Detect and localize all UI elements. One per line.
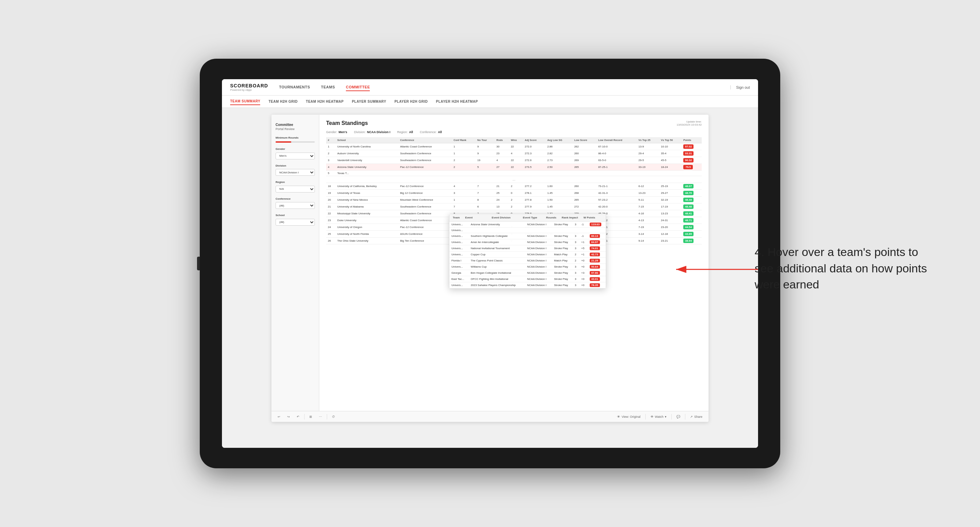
filter-conference-select[interactable]: (All)	[275, 202, 315, 209]
points-badge[interactable]: 48.71	[683, 218, 694, 222]
table-cell: 57-23-2	[597, 197, 637, 203]
tooltip-cell: NCAA Division I	[525, 264, 552, 270]
table-cell: 277.8	[523, 197, 546, 203]
points-cell-container[interactable]: 90.32	[682, 157, 702, 164]
tab-team-h2h-heatmap[interactable]: TEAM H2H HEATMAP	[306, 98, 344, 105]
points-badge[interactable]: 44.54	[683, 225, 694, 229]
toolbar-share[interactable]: ↗ Share	[688, 414, 705, 419]
points-badge[interactable]: 43.89	[683, 232, 694, 236]
table-row[interactable]: 4Arizona State UniversityPac-12 Conferen…	[326, 164, 702, 171]
table-cell: 4	[326, 164, 336, 171]
tooltip-cell: Univers...	[449, 233, 469, 239]
tooltip-points-cell: 84.97	[588, 239, 606, 245]
tooltip-points-badge: 43.01	[590, 277, 600, 281]
toolbar-back[interactable]: ↶	[295, 414, 302, 419]
tooltip-row: GeorgiaBen Hogan Collegiate Invitational…	[449, 270, 606, 276]
tooltip-cell: NCAA Division I	[525, 245, 552, 252]
min-rounds-slider[interactable]	[275, 141, 315, 143]
table-row[interactable]: 19University of TexasBig 12 Conference37…	[326, 190, 702, 197]
table-cell: 7	[476, 190, 495, 197]
points-cell-container[interactable]: 48.41	[682, 210, 702, 217]
points-cell-container[interactable]: 44.54	[682, 224, 702, 231]
toolbar-redo[interactable]: ↪	[285, 414, 292, 419]
table-row[interactable]: 1University of North CarolinaAtlantic Co…	[326, 143, 702, 150]
points-cell-container[interactable]: 48.48	[682, 203, 702, 210]
table-cell: 262	[573, 143, 597, 150]
tooltip-cell: 3	[573, 239, 579, 245]
table-row[interactable]: 20University of New MexicoMountain West …	[326, 197, 702, 203]
tooltip-cell: Copper Cup	[469, 252, 525, 258]
table-cell: Pac-12 Conference	[398, 164, 452, 171]
table-row[interactable]: 21University of AlabamaSoutheastern Conf…	[326, 203, 702, 210]
col-adj-score: Adj Score	[523, 137, 546, 143]
table-cell: 25-19	[659, 183, 682, 190]
toolbar-timer[interactable]: ⏱	[330, 414, 337, 419]
toolbar-watch[interactable]: 👁 Watch ▾	[648, 414, 668, 419]
filter-school-select[interactable]: (All)	[275, 219, 315, 225]
table-cell: 35-4	[659, 150, 682, 157]
col-vs25: Vs Top 25	[637, 137, 659, 143]
points-badge[interactable]: 97.02	[683, 144, 694, 149]
tooltip-points-badge: 97.86	[590, 271, 600, 275]
tab-team-summary[interactable]: TEAM SUMMARY	[230, 98, 260, 105]
points-badge[interactable]: 48.48	[683, 205, 694, 209]
tooltip-cell: Stroke Play	[552, 245, 573, 252]
tab-player-h2h-grid[interactable]: PLAYER H2H GRID	[395, 98, 428, 105]
toolbar-more[interactable]: ⋯	[317, 414, 324, 419]
points-badge[interactable]: 93.31	[683, 151, 694, 156]
points-badge[interactable]: 48.41	[683, 211, 694, 216]
tooltip-cell: Stroke Play	[552, 233, 573, 239]
points-badge[interactable]: 48.70	[683, 191, 694, 195]
tab-player-h2h-heatmap[interactable]: PLAYER H2H HEATMAP	[436, 98, 478, 105]
filter-region-select[interactable]: N/A	[275, 186, 315, 192]
tooltip-cell: Ben Hogan Collegiate Invitational	[469, 270, 525, 276]
nav-tournaments[interactable]: TOURNAMENTS	[279, 84, 310, 91]
filter-gender-select[interactable]: Men's	[275, 152, 315, 159]
points-cell-container[interactable]: 48.70	[682, 190, 702, 197]
points-cell-container[interactable]: 79.5	[682, 164, 702, 171]
points-badge[interactable]: 48.07	[683, 184, 694, 189]
tablet-side-button[interactable]	[197, 257, 200, 270]
tooltip-cell: 3	[573, 233, 579, 239]
tooltip-cell: NCAA Division I	[525, 222, 552, 228]
table-row[interactable]: 2Auburn UniversitySoutheastern Conferenc…	[326, 150, 702, 157]
nav-committee[interactable]: COMMITTEE	[346, 84, 370, 91]
points-cell-container[interactable]	[682, 171, 702, 176]
table-row[interactable]: 3Vanderbilt UniversitySoutheastern Confe…	[326, 157, 702, 164]
toolbar-copy[interactable]: ⊞	[307, 414, 314, 419]
annotation-text: 4. Hover over a team's points to see add…	[755, 244, 932, 293]
table-row[interactable]: 5Texas T...	[326, 171, 702, 176]
table-cell: 24-31	[659, 217, 682, 224]
sidebar-subtitle: Portal Review	[275, 127, 315, 131]
table-cell: Mountain West Conference	[398, 197, 452, 203]
table-cell: Pac-12 Conference	[398, 183, 452, 190]
points-cell-container[interactable]: 38.94	[682, 238, 702, 244]
tooltip-overlay: Team Event Event Division Event Type Rou…	[449, 214, 606, 289]
toolbar-feedback[interactable]: 💬	[675, 414, 682, 419]
tab-player-summary[interactable]: PLAYER SUMMARY	[352, 98, 386, 105]
sign-out-button[interactable]: Sign out	[730, 85, 750, 89]
table-cell: 272.3	[523, 150, 546, 157]
points-cell-container[interactable]: 43.89	[682, 231, 702, 238]
table-row[interactable]: 18University of California, BerkeleyPac-…	[326, 183, 702, 190]
points-cell-container[interactable]: 48.07	[682, 183, 702, 190]
filter-division-select[interactable]: NCAA Division I	[275, 169, 315, 176]
points-cell-container[interactable]: 48.49	[682, 197, 702, 203]
points-badge[interactable]: 90.32	[683, 158, 694, 162]
points-cell-container[interactable]: 97.02	[682, 143, 702, 150]
points-badge[interactable]: 79.5	[683, 165, 693, 169]
toolbar-undo[interactable]: ↩	[275, 414, 282, 419]
points-cell-container[interactable]: 93.31	[682, 150, 702, 157]
tooltip-cell: Univers...	[449, 245, 469, 252]
table-cell: 86-4-0	[597, 150, 637, 157]
tab-team-h2h-grid[interactable]: TEAM H2H GRID	[268, 98, 298, 105]
col-school: School	[336, 137, 398, 143]
col-conference: Conference	[398, 137, 452, 143]
points-badge[interactable]: 48.49	[683, 198, 694, 202]
points-badge[interactable]: 38.94	[683, 238, 694, 243]
toolbar-view[interactable]: 👁 View: Original	[615, 414, 642, 419]
nav-teams[interactable]: TEAMS	[321, 84, 335, 91]
table-cell: 260	[573, 183, 597, 190]
points-cell-container[interactable]: 48.71	[682, 217, 702, 224]
conference-filter-badge: Conference: All	[420, 130, 442, 134]
